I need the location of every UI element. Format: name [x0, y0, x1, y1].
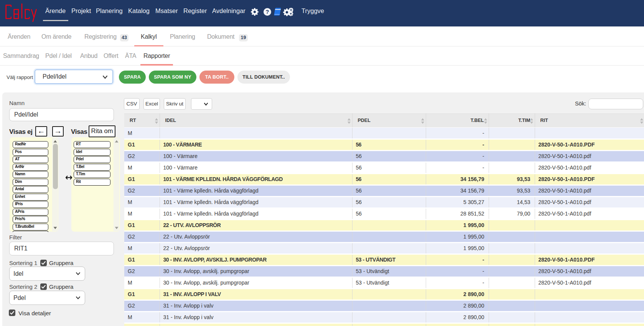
svg-text:?: ? [266, 9, 269, 15]
